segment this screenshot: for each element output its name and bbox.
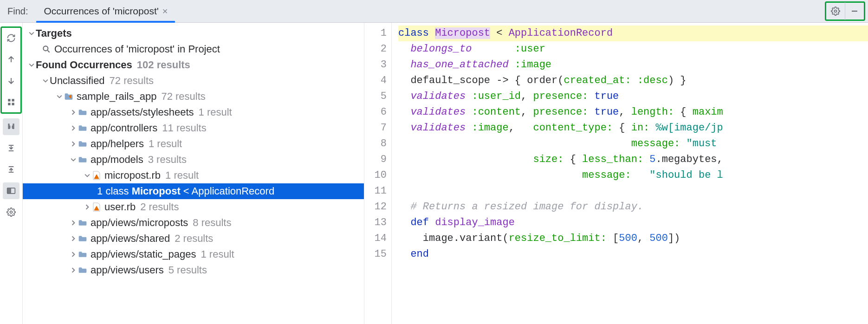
header-right-tools xyxy=(825,1,865,21)
svg-point-17 xyxy=(43,46,48,51)
chevron-right-icon[interactable] xyxy=(69,125,78,131)
tool-settings-icon[interactable] xyxy=(3,204,19,220)
folder-node[interactable]: app/views/users 5 results xyxy=(23,262,364,278)
folder-count: 3 results xyxy=(148,154,187,166)
group-by-icon[interactable] xyxy=(3,94,19,110)
gear-icon[interactable] xyxy=(826,2,845,20)
next-occurrence-icon[interactable] xyxy=(3,72,19,89)
folder-node[interactable]: app/models 3 results xyxy=(23,152,364,168)
project-count: 72 results xyxy=(161,91,205,103)
folder-label: app/views/microposts xyxy=(91,217,188,229)
code-line: validates :content, presence: true, leng… xyxy=(398,104,868,120)
chevron-right-icon[interactable] xyxy=(69,141,78,147)
line-number: 15 xyxy=(364,246,387,262)
line-number: 13 xyxy=(364,215,387,231)
targets-sub-label: Occurrences of 'micropost' in Project xyxy=(54,43,220,55)
occurrence-match: Micropost xyxy=(132,185,181,197)
svg-rect-7 xyxy=(12,103,14,105)
find-tab[interactable]: Occurrences of 'micropost' × xyxy=(36,0,175,22)
expand-all-icon[interactable] xyxy=(3,140,19,156)
line-number: 5 xyxy=(364,89,387,104)
targets-label: Targets xyxy=(36,27,72,39)
file-count: 1 result xyxy=(165,169,199,181)
line-number: 1 xyxy=(364,26,387,41)
targets-subitem[interactable]: Occurrences of 'micropost' in Project xyxy=(23,41,364,57)
code-line: validates :user_id, presence: true xyxy=(398,89,868,104)
find-label: Find: xyxy=(0,0,36,22)
chevron-down-icon[interactable] xyxy=(41,78,50,84)
targets-node[interactable]: Targets xyxy=(23,26,364,41)
preview-editor: 1 2 3 4 5 6 7 8 9 10 11 12 13 14 15 clas… xyxy=(364,23,868,324)
project-label: sample_rails_app xyxy=(77,91,156,103)
chevron-right-icon[interactable] xyxy=(69,252,78,257)
folder-node[interactable]: app/controllers 11 results xyxy=(23,120,364,136)
svg-rect-4 xyxy=(8,99,10,101)
occurrence-item[interactable]: 1 class Micropost < ApplicationRecord xyxy=(23,183,364,199)
folder-icon xyxy=(78,124,88,132)
chevron-down-icon[interactable] xyxy=(83,173,91,178)
collapse-all-icon[interactable] xyxy=(3,161,19,178)
folder-node[interactable]: app/helpers 1 result xyxy=(23,136,364,152)
folder-count: 1 result xyxy=(201,248,234,260)
line-number: 14 xyxy=(364,231,387,246)
folder-node[interactable]: app/assets/stylesheets 1 result xyxy=(23,104,364,120)
chevron-right-icon[interactable] xyxy=(83,204,91,210)
unclassified-count: 72 results xyxy=(110,75,154,87)
line-number: 7 xyxy=(364,120,387,136)
filter-icon[interactable] xyxy=(3,118,19,135)
chevron-down-icon[interactable] xyxy=(69,157,78,162)
chevron-right-icon[interactable] xyxy=(69,220,78,226)
unclassified-node[interactable]: Unclassified 72 results xyxy=(23,73,364,89)
code-preview[interactable]: class Micropost < ApplicationRecord belo… xyxy=(392,23,868,324)
code-line: has_one_attached :image xyxy=(398,57,868,73)
file-node[interactable]: micropost.rb 1 result xyxy=(23,168,364,183)
folder-label: app/views/shared xyxy=(91,233,170,245)
code-line: message: "should be l xyxy=(398,168,868,183)
line-number: 3 xyxy=(364,57,387,73)
folder-label: app/helpers xyxy=(91,138,144,150)
folder-node[interactable]: app/views/microposts 8 results xyxy=(23,215,364,231)
folder-icon xyxy=(78,219,88,227)
line-number: 2 xyxy=(364,41,387,57)
code-line: validates :image, content_type: { in: %w… xyxy=(398,120,868,136)
chevron-down-icon[interactable] xyxy=(27,31,36,36)
chevron-down-icon[interactable] xyxy=(55,94,64,99)
project-node[interactable]: sample_rails_app 72 results xyxy=(23,89,364,104)
code-line: size: { less_than: 5.megabytes, xyxy=(398,152,868,168)
prev-occurrence-icon[interactable] xyxy=(3,51,19,68)
folder-node[interactable]: app/views/shared 2 results xyxy=(23,231,364,246)
file-count: 2 results xyxy=(140,201,179,213)
file-label: micropost.rb xyxy=(104,169,161,181)
folder-label: app/views/users xyxy=(91,264,164,276)
folder-icon xyxy=(78,140,88,148)
minimize-icon[interactable] xyxy=(845,2,864,20)
project-folder-icon xyxy=(64,92,74,101)
ruby-file-icon xyxy=(91,171,102,180)
folder-label: app/views/static_pages xyxy=(91,248,196,260)
search-icon xyxy=(41,45,52,54)
folder-icon xyxy=(78,235,88,242)
find-results-tree[interactable]: Targets Occurrences of 'micropost' in Pr… xyxy=(23,23,364,324)
chevron-right-icon[interactable] xyxy=(69,236,78,241)
found-node[interactable]: Found Occurrences 102 results xyxy=(23,57,364,73)
folder-node[interactable]: app/views/static_pages 1 result xyxy=(23,246,364,262)
code-line: class Micropost < ApplicationRecord xyxy=(398,26,868,41)
svg-rect-6 xyxy=(8,103,10,105)
line-number: 11 xyxy=(364,183,387,199)
folder-label: app/models xyxy=(91,154,143,166)
folder-icon xyxy=(78,251,88,258)
chevron-down-icon[interactable] xyxy=(27,62,36,68)
file-node[interactable]: user.rb 2 results xyxy=(23,199,364,215)
find-header: Find: Occurrences of 'micropost' × xyxy=(0,0,868,23)
file-label: user.rb xyxy=(104,201,136,213)
preview-toggle-icon[interactable] xyxy=(3,182,19,199)
chevron-right-icon[interactable] xyxy=(69,110,78,115)
chevron-right-icon[interactable] xyxy=(69,267,78,273)
folder-count: 1 result xyxy=(149,138,182,150)
found-label: Found Occurrences xyxy=(36,59,132,71)
refresh-icon[interactable] xyxy=(3,30,19,46)
line-number: 1 xyxy=(97,185,103,197)
close-tab-icon[interactable]: × xyxy=(162,6,168,17)
occurrence-suffix: < ApplicationRecord xyxy=(181,185,274,197)
svg-point-0 xyxy=(835,10,837,13)
